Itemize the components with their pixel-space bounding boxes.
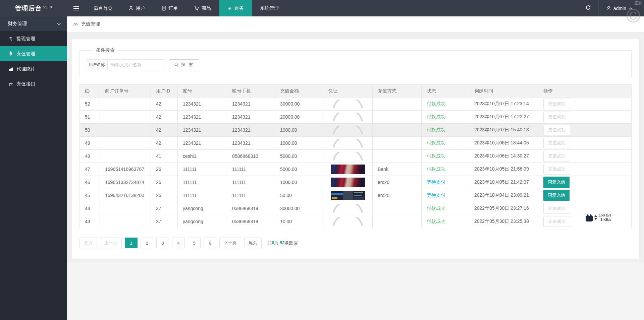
search-fieldset: 条件搜索 用户名称 搜 索 <box>79 47 632 77</box>
page-number-button-5[interactable]: 5 <box>188 238 201 248</box>
cell-account: 1234321 <box>178 124 227 137</box>
nav-item-label: 商品 <box>202 5 211 11</box>
cell-action: 同意充值 <box>538 176 632 189</box>
username-field-label: 用户名称 <box>86 59 107 70</box>
cell-phone: 0586868319 <box>227 202 275 215</box>
cell-user-id: 42 <box>151 137 178 150</box>
page-number-button-3[interactable]: 3 <box>156 238 169 248</box>
nav-item-system[interactable]: 系统管理 <box>252 0 287 16</box>
sidebar-item-recharge-management[interactable]: B充值管理 <box>0 46 67 61</box>
cell-account: 1234321 <box>178 98 227 111</box>
broken-image-placeholder <box>332 113 364 122</box>
last-page-button[interactable]: 尾页 <box>244 238 262 248</box>
cell-action: 充值成功 <box>538 163 632 176</box>
cell-phone: 111111 <box>227 163 275 176</box>
cell-user-id: 26 <box>151 176 178 189</box>
approve-recharge-button[interactable]: 同意充值 <box>543 190 570 201</box>
cell-user-id: 26 <box>151 189 178 202</box>
chevron-up-icon <box>629 6 633 11</box>
cell-voucher <box>323 189 373 202</box>
network-monitor-overlay: 160 B/s 1 KB/s <box>586 213 611 222</box>
broken-image-placeholder <box>332 152 364 161</box>
recharge-done-button[interactable]: 充值成功 <box>543 203 570 214</box>
cell-order-no: 169643216138200 <box>100 189 151 202</box>
cell-amount: 1000.00 <box>275 137 323 150</box>
cell-order-no <box>100 124 151 137</box>
cell-order-no <box>100 137 151 150</box>
approve-recharge-button[interactable]: 同意充值 <box>543 177 570 188</box>
cell-amount: 5000.00 <box>275 163 323 176</box>
refresh-button[interactable] <box>578 0 599 16</box>
cell-id: 43 <box>80 215 100 228</box>
app-logo: 管理后台 V1.0 <box>0 0 67 16</box>
recharge-done-button[interactable]: 充值成功 <box>543 125 570 135</box>
recharge-done-button[interactable]: 充值成功 <box>543 164 570 175</box>
page-number-button-1[interactable]: 1 <box>125 238 138 248</box>
nav-item-orders[interactable]: 订单 <box>153 0 186 16</box>
cell-order-no <box>100 98 151 111</box>
cell-method: erc20 <box>373 189 422 202</box>
cell-amount: 30000.00 <box>275 98 323 111</box>
cell-account: yangcong <box>178 202 227 215</box>
sidebar-item-agent-statistics[interactable]: 代理统计 <box>0 61 67 76</box>
cell-phone: 1234321 <box>227 137 275 150</box>
sidebar-group-finance[interactable]: 财务管理 <box>0 16 67 31</box>
username: admin <box>613 6 626 11</box>
username-search-input[interactable] <box>107 59 164 70</box>
doc-icon <box>161 6 166 11</box>
voucher-thumbnail[interactable] <box>331 191 365 200</box>
cell-account: 1234321 <box>178 111 227 124</box>
page-number-button-4[interactable]: 4 <box>172 238 185 248</box>
column-header: 创建时间 <box>469 85 538 98</box>
cell-amount: 1000.00 <box>275 124 323 137</box>
cell-phone: 111111 <box>227 189 275 202</box>
cell-status: 等待支付 <box>422 176 469 189</box>
recharge-done-button[interactable]: 充值成功 <box>543 99 570 109</box>
recharge-done-button[interactable]: 充值成功 <box>543 112 570 122</box>
sidebar-toggle-button[interactable] <box>67 0 86 16</box>
next-page-button[interactable]: 下一页 <box>219 238 241 248</box>
table-row: 47169651416963707261111111111115000.00Ba… <box>80 163 632 176</box>
status-badge: 付款成功 <box>427 205 445 211</box>
recharge-done-button[interactable]: 充值成功 <box>543 151 570 162</box>
cell-id: 46 <box>80 176 100 189</box>
sidebar-group-label: 财务管理 <box>8 21 27 27</box>
column-header: 账号手机 <box>227 85 275 98</box>
status-badge: 付款成功 <box>427 140 445 145</box>
cell-phone: 0586868310 <box>227 150 275 163</box>
page-number-button-6[interactable]: 6 <box>204 238 216 248</box>
nav-item-users[interactable]: 用户 <box>120 0 153 16</box>
main-area: ≫ 充值管理 条件搜索 用户名称 搜 索 <box>67 16 644 320</box>
sidebar-item-label: 充值接口 <box>16 81 35 87</box>
sidebar-item-withdraw-management[interactable]: ₹提现管理 <box>0 31 67 46</box>
sidebar-item-label: 充值管理 <box>16 51 35 57</box>
nav-item-goods[interactable]: 商品 <box>186 0 219 16</box>
cell-user-id: 42 <box>151 124 178 137</box>
sidebar-item-recharge-api[interactable]: ⇄充值接口 <box>0 76 67 91</box>
user-icon <box>128 6 133 11</box>
page-number-button-2[interactable]: 2 <box>141 238 153 248</box>
broken-image-placeholder <box>332 217 364 226</box>
table-row: 4942123432112343211000.00付款成功2023年10月06日… <box>80 137 632 150</box>
nav-item-home[interactable]: 后台首页 <box>86 0 120 16</box>
status-badge: 付款成功 <box>427 114 445 119</box>
column-header: 状态 <box>422 85 469 98</box>
cell-amount: 20000.00 <box>275 111 323 124</box>
user-icon <box>606 6 611 11</box>
voucher-thumbnail[interactable] <box>331 165 365 174</box>
cell-phone: 111111 <box>227 176 275 189</box>
voucher-thumbnail[interactable] <box>331 178 365 187</box>
nav-item-finance[interactable]: ¥财务 <box>219 0 252 16</box>
status-badge: 等待支付 <box>427 192 445 198</box>
cell-amount: 5000.00 <box>275 150 323 163</box>
cell-action: 充值成功 <box>538 150 632 163</box>
cell-id: 52 <box>80 98 100 111</box>
search-button[interactable]: 搜 索 <box>169 59 199 70</box>
cell-created: 2023年10月05日 21:56:09 <box>469 163 538 176</box>
cell-action: 同意充值 <box>538 189 632 202</box>
cell-created: 2023年10月07日 17:22:27 <box>469 111 538 124</box>
cell-voucher <box>323 111 373 124</box>
cell-status: 付款成功 <box>422 150 469 163</box>
recharge-done-button[interactable]: 充值成功 <box>543 216 570 227</box>
recharge-done-button[interactable]: 充值成功 <box>543 138 570 148</box>
